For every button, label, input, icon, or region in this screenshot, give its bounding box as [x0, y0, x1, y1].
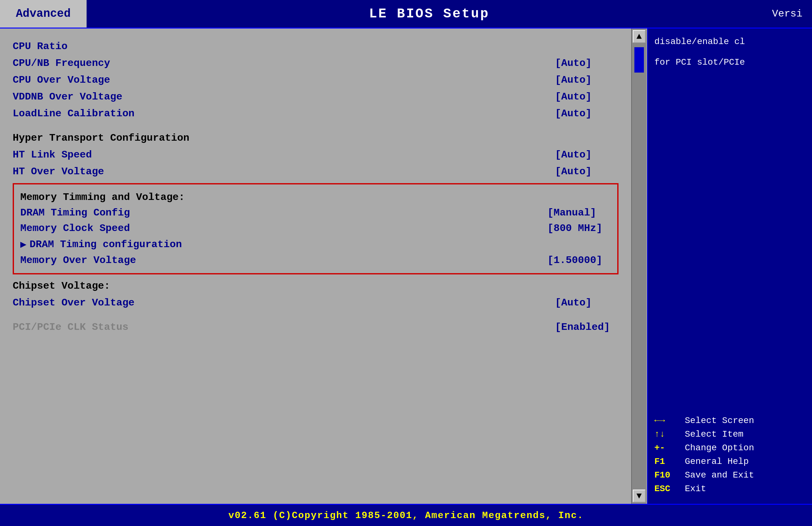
- key-select-screen-key: ←→: [654, 416, 680, 425]
- memory-over-voltage-label: Memory Over Voltage: [20, 254, 548, 266]
- memory-clock-speed-row[interactable]: Memory Clock Speed [800 MHz]: [20, 221, 611, 236]
- settings-panel: CPU Ratio CPU/NB Frequency [Auto] CPU Ov…: [0, 29, 631, 504]
- ht-over-voltage-label: HT Over Voltage: [13, 166, 555, 178]
- key-select-screen-desc: Select Screen: [685, 416, 754, 425]
- scroll-up-arrow[interactable]: ▲: [633, 30, 646, 43]
- memory-clock-speed-value: [800 MHz]: [548, 223, 611, 234]
- spacer-1: [13, 122, 619, 130]
- spacer-2: [13, 311, 619, 319]
- key-select-item-desc: Select Item: [685, 429, 743, 439]
- submenu-arrow-icon: ▶: [20, 238, 26, 251]
- memory-over-voltage-value: [1.50000]: [548, 254, 611, 266]
- advanced-tab-label: Advanced: [16, 7, 71, 20]
- bios-title: LE BIOS Setup: [87, 0, 772, 28]
- ht-section-header-label: Hyper Transport Configuration: [13, 132, 619, 144]
- memory-clock-speed-label: Memory Clock Speed: [20, 223, 548, 234]
- pci-pcie-clk-status-row[interactable]: PCI/PCIe CLK Status [Enabled]: [13, 319, 619, 335]
- loadline-calibration-label: LoadLine Calibration: [13, 108, 555, 119]
- cpu-over-voltage-value: [Auto]: [555, 74, 619, 86]
- chipset-over-voltage-label: Chipset Over Voltage: [13, 297, 555, 309]
- ht-link-speed-row[interactable]: HT Link Speed [Auto]: [13, 146, 619, 163]
- dram-timing-configuration-row[interactable]: ▶ DRAM Timing configuration: [20, 236, 611, 253]
- chipset-over-voltage-row[interactable]: Chipset Over Voltage [Auto]: [13, 295, 619, 311]
- dram-timing-config-value: [Manual]: [548, 207, 611, 219]
- key-select-item-key: ↑↓: [654, 429, 680, 439]
- key-bindings: ←→ Select Screen ↑↓ Select Item +- Chang…: [654, 416, 806, 497]
- version-label: Versi: [772, 0, 812, 28]
- key-row-general-help: F1 General Help: [654, 456, 806, 466]
- cpu-nb-frequency-value: [Auto]: [555, 57, 619, 69]
- advanced-tab[interactable]: Advanced: [0, 0, 87, 28]
- help-text-line1: disable/enable cl: [654, 35, 806, 49]
- memory-section-header-label: Memory Timming and Voltage:: [20, 191, 611, 203]
- cpu-over-voltage-label: CPU Over Voltage: [13, 74, 555, 86]
- cpu-nb-frequency-row[interactable]: CPU/NB Frequency [Auto]: [13, 55, 619, 72]
- header-bar: Advanced LE BIOS Setup Versi: [0, 0, 812, 29]
- help-panel: disable/enable cl for PCI slot/PCIe ←→ S…: [647, 29, 812, 504]
- version-text: Versi: [772, 8, 802, 20]
- bios-screen: Advanced LE BIOS Setup Versi CPU Ratio C…: [0, 0, 812, 526]
- key-general-help-desc: General Help: [685, 456, 749, 466]
- pci-pcie-clk-status-value: [Enabled]: [555, 321, 619, 333]
- help-text-line2: for PCI slot/PCIe: [654, 56, 806, 70]
- dram-timing-config-row[interactable]: DRAM Timing Config [Manual]: [20, 205, 611, 221]
- cpu-over-voltage-row[interactable]: CPU Over Voltage [Auto]: [13, 72, 619, 88]
- ht-section-header-row: Hyper Transport Configuration: [13, 130, 619, 146]
- footer-bar: v02.61 (C)Copyright 1985-2001, American …: [0, 504, 812, 526]
- ht-link-speed-value: [Auto]: [555, 149, 619, 161]
- chipset-voltage-header-label: Chipset Voltage:: [13, 280, 619, 292]
- key-exit-key: ESC: [654, 484, 680, 494]
- main-content: CPU Ratio CPU/NB Frequency [Auto] CPU Ov…: [0, 29, 812, 504]
- vddnb-over-voltage-row[interactable]: VDDNB Over Voltage [Auto]: [13, 88, 619, 105]
- key-row-select-screen: ←→ Select Screen: [654, 416, 806, 425]
- key-change-option-key: +-: [654, 443, 680, 453]
- ht-over-voltage-value: [Auto]: [555, 166, 619, 178]
- cpu-ratio-row[interactable]: CPU Ratio: [13, 38, 619, 55]
- right-section: ▲ ▼ disable/enable cl for PCI slot/PCIe …: [631, 29, 812, 504]
- scrollbar: ▲ ▼: [631, 29, 647, 504]
- footer-text: v02.61 (C)Copyright 1985-2001, American …: [228, 510, 584, 521]
- scroll-thumb: [634, 47, 644, 73]
- key-row-select-item: ↑↓ Select Item: [654, 429, 806, 439]
- cpu-ratio-label: CPU Ratio: [13, 41, 555, 52]
- vddnb-over-voltage-value: [Auto]: [555, 91, 619, 103]
- key-save-exit-desc: Save and Exit: [685, 470, 754, 480]
- dram-timing-config-label: DRAM Timing Config: [20, 207, 548, 219]
- key-change-option-desc: Change Option: [685, 443, 754, 453]
- key-save-exit-key: F10: [654, 470, 680, 480]
- key-general-help-key: F1: [654, 456, 680, 466]
- chipset-over-voltage-value: [Auto]: [555, 297, 619, 309]
- key-exit-desc: Exit: [685, 484, 706, 494]
- ht-over-voltage-row[interactable]: HT Over Voltage [Auto]: [13, 163, 619, 180]
- loadline-calibration-row[interactable]: LoadLine Calibration [Auto]: [13, 105, 619, 122]
- scroll-down-arrow[interactable]: ▼: [633, 490, 646, 502]
- key-row-save-exit: F10 Save and Exit: [654, 470, 806, 480]
- ht-link-speed-label: HT Link Speed: [13, 149, 555, 161]
- dram-timing-configuration-label: DRAM Timing configuration: [29, 239, 611, 250]
- memory-section: Memory Timming and Voltage: DRAM Timing …: [13, 183, 619, 274]
- memory-over-voltage-row[interactable]: Memory Over Voltage [1.50000]: [20, 253, 611, 268]
- pci-pcie-clk-status-label: PCI/PCIe CLK Status: [13, 321, 555, 333]
- scroll-track: [634, 44, 644, 488]
- bios-title-text: LE BIOS Setup: [369, 6, 490, 21]
- chipset-voltage-header-row: Chipset Voltage:: [13, 277, 619, 295]
- vddnb-over-voltage-label: VDDNB Over Voltage: [13, 91, 555, 103]
- memory-section-header-row: Memory Timming and Voltage:: [20, 190, 611, 205]
- cpu-nb-frequency-label: CPU/NB Frequency: [13, 57, 555, 69]
- key-row-exit: ESC Exit: [654, 484, 806, 494]
- key-row-change-option: +- Change Option: [654, 443, 806, 453]
- loadline-calibration-value: [Auto]: [555, 108, 619, 119]
